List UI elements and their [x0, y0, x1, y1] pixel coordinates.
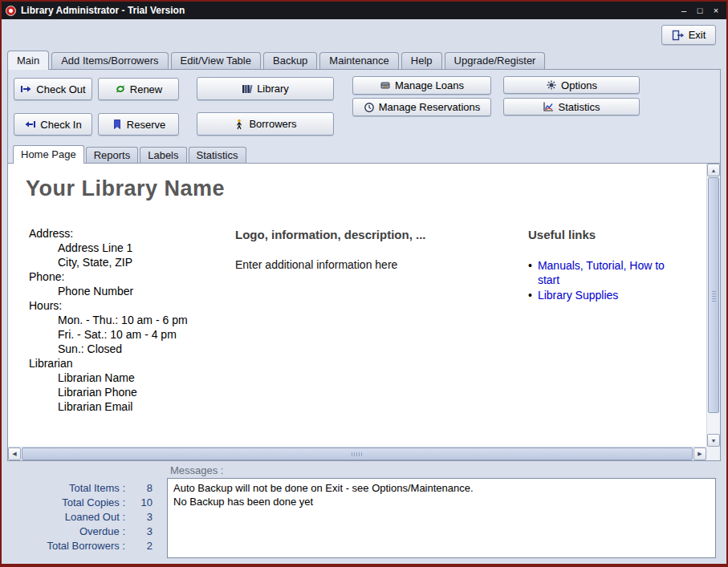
librarian-line: Librarian Phone [29, 385, 235, 399]
title-bar[interactable]: Library Administrator - Trial Version – … [2, 2, 726, 19]
librarian-label: Librarian [29, 356, 235, 371]
phone-value: Phone Number [29, 284, 235, 298]
stat-value-loaned-out: 3 [128, 510, 153, 524]
manuals-tutorial-link[interactable]: Manuals, Tutorial, How to start [538, 258, 671, 287]
borrowers-icon [234, 119, 245, 130]
library-name-heading: Your Library Name [26, 176, 706, 201]
maximize-icon[interactable]: □ [693, 5, 706, 17]
bullet-icon: • [528, 258, 532, 287]
subtab-home-page[interactable]: Home Page [13, 145, 84, 164]
messages-label: Messages : [170, 464, 223, 476]
scroll-grip [712, 290, 716, 302]
address-line-2: City, State, ZIP [29, 255, 235, 269]
hours-line: Fri. - Sat.: 10 am - 4 pm [29, 327, 235, 342]
window-title: Library Administrator - Trial Version [21, 5, 673, 16]
librarian-line: Librarian Email [29, 399, 235, 414]
subtab-reports[interactable]: Reports [86, 147, 139, 163]
reserve-icon [112, 119, 123, 130]
link-item: • Library Supplies [528, 288, 671, 302]
message-line: Auto Backup will not be done on Exit - s… [173, 481, 710, 495]
manage-loans-button[interactable]: Manage Loans [352, 76, 491, 95]
toolbar: Check Out Renew Library [8, 70, 720, 144]
stat-label-total-items: Total Items : [5, 481, 125, 496]
message-line: No Backup has been done yet [173, 495, 710, 508]
scroll-down-icon[interactable]: ▼ [707, 434, 720, 447]
statistics-icon [543, 101, 554, 112]
scroll-up-icon[interactable]: ▲ [707, 164, 720, 176]
tab-backup[interactable]: Backup [263, 52, 317, 69]
check-in-icon [24, 119, 36, 130]
status-area: Messages : Total Items : 8 Total Copies … [2, 461, 726, 564]
hours-label: Hours: [29, 298, 235, 313]
borrowers-label: Borrowers [249, 118, 296, 130]
exit-icon [672, 30, 685, 41]
bullet-icon: • [528, 288, 532, 302]
tab-edit-view-table[interactable]: Edit/View Table [171, 52, 261, 69]
stat-value-overdue: 3 [128, 524, 153, 539]
tab-help[interactable]: Help [401, 52, 442, 69]
stat-value-total-items: 8 [128, 481, 153, 496]
options-icon [546, 79, 557, 91]
manage-loans-label: Manage Loans [395, 79, 464, 91]
borrowers-button[interactable]: Borrowers [197, 112, 334, 136]
options-label: Options [561, 79, 597, 91]
address-line-1: Address Line 1 [29, 241, 235, 255]
close-icon[interactable]: × [710, 5, 722, 17]
library-button[interactable]: Library [197, 77, 334, 100]
app-window: Library Administrator - Trial Version – … [0, 0, 728, 567]
horizontal-scrollbar[interactable]: ◀ ▶ [8, 447, 706, 460]
check-out-button[interactable]: Check Out [14, 78, 92, 100]
window-controls: – □ × [677, 5, 722, 17]
library-supplies-link[interactable]: Library Supplies [538, 288, 618, 302]
tab-main[interactable]: Main [7, 51, 49, 70]
tab-add-items-borrowers[interactable]: Add Items/Borrowers [51, 52, 168, 69]
home-page-content: Your Library Name Address: Address Line … [8, 163, 720, 460]
tab-maintenance[interactable]: Maintenance [319, 52, 398, 69]
manage-reservations-icon [364, 102, 375, 113]
messages-box: Auto Backup will not be done on Exit - s… [167, 478, 716, 558]
links-list: • Manuals, Tutorial, How to start • Libr… [528, 258, 671, 302]
statistics-button[interactable]: Statistics [503, 98, 640, 115]
vertical-scroll-thumb[interactable] [708, 177, 719, 413]
renew-button[interactable]: Renew [98, 78, 179, 100]
manage-loans-icon [380, 80, 391, 91]
reserve-label: Reserve [127, 119, 165, 131]
renew-icon [115, 83, 126, 95]
horizontal-scroll-thumb[interactable] [22, 448, 693, 460]
info-column: Logo, information, description, ... Ente… [235, 226, 528, 414]
stat-label-total-copies: Total Copies : [5, 496, 125, 510]
info-text: Enter additional information here [235, 258, 528, 271]
subtab-statistics[interactable]: Statistics [189, 147, 246, 163]
stat-value-total-borrowers: 2 [128, 539, 153, 553]
hours-line: Sun.: Closed [29, 342, 235, 356]
manage-reservations-label: Manage Reservations [379, 101, 480, 113]
tab-upgrade-register[interactable]: Upgrade/Register [445, 52, 546, 69]
address-label: Address: [29, 226, 235, 241]
scroll-grip [352, 452, 364, 456]
hours-line: Mon. - Thu.: 10 am - 6 pm [29, 313, 235, 327]
check-in-button[interactable]: Check In [14, 113, 92, 136]
check-out-label: Check Out [36, 83, 85, 95]
main-tab-strip: Main Add Items/Borrowers Edit/View Table… [2, 50, 726, 69]
subtab-labels[interactable]: Labels [140, 147, 186, 163]
options-button[interactable]: Options [503, 76, 640, 94]
library-info-column: Address: Address Line 1 City, State, ZIP… [29, 226, 235, 414]
home-columns: Address: Address Line 1 City, State, ZIP… [29, 226, 703, 414]
scroll-left-icon[interactable]: ◀ [8, 448, 21, 460]
stat-label-loaned-out: Loaned Out : [5, 510, 125, 524]
library-icon [242, 83, 253, 95]
renew-label: Renew [130, 83, 162, 95]
phone-label: Phone: [29, 269, 235, 284]
info-heading: Logo, information, description, ... [235, 228, 528, 241]
useful-links-column: Useful links • Manuals, Tutorial, How to… [528, 226, 671, 414]
reserve-button[interactable]: Reserve [98, 113, 179, 136]
home-page-inner: Your Library Name Address: Address Line … [8, 164, 706, 447]
check-out-icon [20, 83, 32, 95]
manage-reservations-button[interactable]: Manage Reservations [352, 98, 491, 116]
library-stats: Total Items : 8 Total Copies : 10 Loaned… [5, 481, 153, 553]
stat-value-total-copies: 10 [128, 496, 153, 510]
vertical-scrollbar[interactable]: ▲ ▼ [706, 164, 720, 447]
exit-button[interactable]: Exit [661, 25, 716, 45]
scroll-right-icon[interactable]: ▶ [693, 448, 706, 460]
minimize-icon[interactable]: – [677, 5, 690, 17]
